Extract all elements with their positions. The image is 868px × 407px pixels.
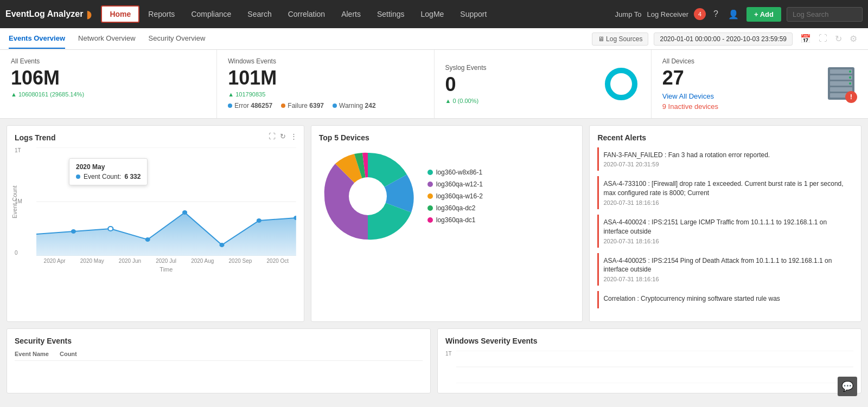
windows-events-value: 101M: [228, 67, 423, 89]
failure-dot: [281, 104, 285, 108]
sub-nav-tabs: Events Overview Network Overview Securit…: [9, 29, 205, 49]
all-events-label: All Events: [11, 57, 206, 65]
tooltip-value: 6 332: [124, 173, 141, 180]
windows-events-block: Windows Events 101M ▲ 101790835 Error 48…: [217, 50, 434, 118]
svg-point-19: [219, 243, 224, 247]
logo-arc: ◗: [86, 8, 92, 21]
windows-sev-y-top: 1T: [445, 351, 452, 357]
add-button[interactable]: + Add: [746, 7, 781, 22]
alert-item-2: ASA-4-400024 : IPS:2151 Large ICMP Traff…: [597, 215, 853, 248]
all-devices-value: 27: [662, 67, 816, 89]
security-events-placeholder: Event Name Count: [15, 351, 423, 361]
legend-item-0: log360-w8x86-1: [427, 169, 483, 176]
windows-warning-item: Warning 242: [333, 102, 376, 109]
sub-nav-icon-group: 📅 ⛶ ↻ ⚙: [798, 31, 859, 46]
alert-item-0: FAN-3-FAN_FAILED : Fan 3 had a rotation …: [597, 147, 853, 171]
expand-icon[interactable]: ⛶: [269, 132, 276, 140]
alert-time-2: 2020-07-31 18:16:16: [603, 238, 849, 244]
tab-network-overview[interactable]: Network Overview: [78, 29, 135, 49]
log-search-input[interactable]: [787, 7, 863, 22]
notification-bell[interactable]: 4: [694, 8, 706, 20]
nav-correlation[interactable]: Correlation: [280, 7, 333, 22]
windows-sev-svg: [456, 351, 853, 383]
svg-point-10: [849, 82, 851, 85]
sub-navbar: Events Overview Network Overview Securit…: [0, 28, 868, 50]
server-icon: 🖥: [598, 35, 604, 43]
alert-time-0: 2020-07-31 20:31:59: [603, 161, 849, 167]
legend-item-1: log360qa-w12-1: [427, 180, 483, 188]
trend-more-icon[interactable]: ⋮: [290, 132, 297, 140]
all-devices-label: All Devices: [662, 57, 816, 65]
device-icon-area: !: [825, 65, 857, 103]
legend-dot-4: [427, 217, 433, 223]
svg-point-22: [349, 177, 387, 215]
windows-failure-item: Failure 6397: [281, 102, 324, 109]
svg-point-17: [145, 237, 150, 242]
sub-nav-controls: 🖥 Log Sources 2020-01-01 00:00:00 - 2020…: [592, 31, 859, 46]
top-navbar: EventLog Analyzer ◗ Home Reports Complia…: [0, 0, 868, 28]
settings-icon[interactable]: ⚙: [847, 31, 859, 46]
alert-text-2: ASA-4-400024 : IPS:2151 Large ICMP Traff…: [603, 218, 849, 236]
legend-dot-0: [427, 170, 433, 175]
tooltip-item: Event Count: 6 332: [76, 173, 141, 180]
windows-sev-chart: 1T: [445, 351, 853, 385]
all-devices-block: All Devices 27 View All Devices 9 Inacti…: [652, 50, 868, 118]
log-sources-label: Log Sources: [606, 35, 642, 43]
log-receiver-link[interactable]: Log Receiver: [647, 10, 688, 18]
syslog-donut: [602, 65, 640, 103]
nav-alerts[interactable]: Alerts: [334, 7, 368, 22]
svg-point-16: [108, 227, 113, 231]
all-events-change: ▲ 106080161 (29685.14%): [11, 91, 206, 98]
logs-trend-icons: ⛶ ↻ ⋮: [269, 132, 297, 140]
main-nav: Home Reports Compliance Search Correlati…: [101, 5, 494, 23]
syslog-events-block: Syslog Events 0 ▲ 0 (0.00%): [435, 50, 652, 118]
all-events-value: 106M: [11, 67, 206, 89]
trend-refresh-icon[interactable]: ↻: [280, 132, 286, 140]
log-sources-button[interactable]: 🖥 Log Sources: [592, 33, 649, 46]
svg-marker-14: [36, 212, 296, 256]
top5-title: Top 5 Devices: [319, 133, 575, 142]
tab-events-overview[interactable]: Events Overview: [9, 29, 65, 49]
device-alert-badge: !: [845, 91, 857, 103]
svg-point-9: [849, 76, 851, 79]
alert-item-3: ASA-4-400025 : IPS:2154 Ping of Death At…: [597, 253, 853, 286]
nav-support[interactable]: Support: [452, 7, 494, 22]
content-row-2: Security Events Event Name Count Windows…: [7, 328, 861, 393]
windows-events-label: Windows Events: [228, 57, 423, 65]
alert-item-1: ASA-4-733100 : [Firewall] drop rate 1 ex…: [597, 176, 853, 209]
refresh-icon[interactable]: ↻: [833, 31, 844, 46]
tab-security-overview[interactable]: Security Overview: [149, 29, 206, 49]
pie-chart-area: log360-w8x86-1 log360qa-w12-1 log360qa-w…: [319, 147, 575, 245]
chat-icon[interactable]: 💬: [838, 377, 857, 396]
x-axis-labels: 2020 Apr 2020 May 2020 Jun 2020 Jul 2020…: [36, 258, 296, 264]
svg-rect-3: [830, 69, 852, 74]
nav-settings[interactable]: Settings: [369, 7, 412, 22]
help-icon[interactable]: ?: [711, 7, 720, 21]
svg-point-15: [71, 229, 76, 234]
security-events-title: Security Events: [15, 337, 423, 345]
alert-text-0: FAN-3-FAN_FAILED : Fan 3 had a rotation …: [603, 151, 849, 160]
jump-to-link[interactable]: Jump To: [615, 10, 642, 18]
svg-point-18: [182, 210, 187, 215]
nav-compliance[interactable]: Compliance: [183, 7, 239, 22]
fullscreen-icon[interactable]: ⛶: [816, 31, 829, 46]
security-table-header: Event Name Count: [15, 351, 423, 361]
user-icon[interactable]: 👤: [726, 7, 741, 22]
date-range-display[interactable]: 2020-01-01 00:00:00 - 2020-10-03 23:59:5…: [654, 33, 793, 46]
nav-reports[interactable]: Reports: [141, 7, 182, 22]
nav-search[interactable]: Search: [240, 7, 279, 22]
alert-text-4: Correlation : Cryptocurrency mining soft…: [603, 294, 849, 303]
syslog-change: ▲ 0 (0.00%): [445, 98, 593, 104]
devices-info: All Devices 27 View All Devices 9 Inacti…: [662, 57, 816, 111]
logs-trend-title: Logs Trend: [15, 133, 296, 142]
logo[interactable]: EventLog Analyzer ◗: [5, 8, 92, 21]
windows-events-subs: Error 486257 Failure 6397 Warning 242: [228, 102, 423, 109]
all-events-block: All Events 106M ▲ 106080161 (29685.14%): [0, 50, 217, 118]
view-all-devices-link[interactable]: View All Devices: [662, 92, 816, 100]
legend-dot-2: [427, 193, 433, 199]
windows-sev-title: Windows Severity Events: [445, 337, 853, 345]
nav-logme[interactable]: LogMe: [413, 7, 452, 22]
nav-home[interactable]: Home: [101, 5, 139, 23]
inactive-devices-link[interactable]: 9 Inactive devices: [662, 102, 816, 111]
calendar-icon[interactable]: 📅: [798, 31, 813, 46]
